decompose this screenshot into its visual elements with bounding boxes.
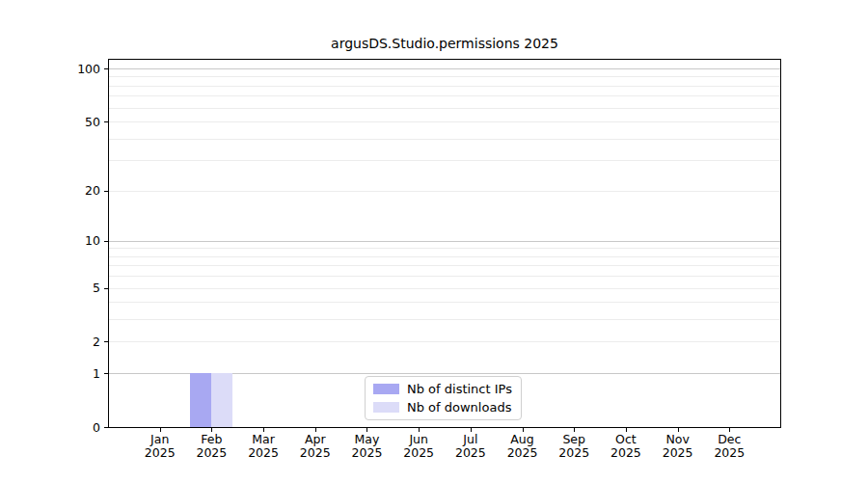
minor-gridline <box>109 86 780 87</box>
y-axis-tick <box>104 241 108 242</box>
plot-area: Nb of distinct IPs Nb of downloads <box>108 59 781 428</box>
legend-item-downloads: Nb of downloads <box>373 400 512 415</box>
y-axis-tick <box>104 288 108 289</box>
x-axis-tick-label: Dec2025 <box>700 433 758 460</box>
x-axis-tick-label: Jan2025 <box>131 433 189 460</box>
y-axis-tick-label: 1 <box>58 366 100 381</box>
minor-gridline <box>109 319 780 320</box>
minor-gridline <box>109 191 780 192</box>
x-axis-tick-label: Sep2025 <box>545 433 603 460</box>
legend-item-distinct-ips: Nb of distinct IPs <box>373 382 512 396</box>
minor-gridline <box>109 121 780 122</box>
minor-gridline <box>109 108 780 109</box>
legend-label-distinct-ips: Nb of distinct IPs <box>407 382 512 396</box>
bar-downloads <box>211 373 232 427</box>
minor-gridline <box>109 248 780 249</box>
y-axis-tick-label: 10 <box>58 233 100 248</box>
minor-gridline <box>109 341 780 342</box>
y-axis-tick-label: 2 <box>58 335 100 349</box>
legend-swatch-distinct-ips <box>373 384 399 394</box>
y-axis-tick <box>104 68 108 69</box>
legend-label-downloads: Nb of downloads <box>407 400 511 415</box>
minor-gridline <box>109 256 780 257</box>
minor-gridline <box>109 302 780 303</box>
minor-gridline <box>109 95 780 96</box>
minor-gridline <box>109 276 780 277</box>
y-axis-tick <box>104 341 108 342</box>
bar-distinct-ips <box>190 373 211 427</box>
y-axis-tick <box>104 373 108 374</box>
y-axis-tick-label: 100 <box>58 62 100 76</box>
minor-gridline <box>109 139 780 140</box>
x-axis-tick-label: Jul2025 <box>442 433 500 460</box>
minor-gridline <box>109 288 780 289</box>
x-axis-tick-label: Apr2025 <box>286 433 344 460</box>
minor-gridline <box>109 160 780 161</box>
y-axis-tick-label: 50 <box>58 115 100 129</box>
x-axis-tick-label: Nov2025 <box>649 433 707 460</box>
minor-gridline <box>109 76 780 77</box>
y-axis-tick <box>104 121 108 122</box>
y-axis-tick-label: 0 <box>58 420 100 435</box>
y-axis-tick-label: 5 <box>58 281 100 295</box>
x-axis-tick-label: Aug2025 <box>494 433 552 460</box>
x-axis-tick-label: Jun2025 <box>390 433 448 460</box>
x-axis-tick-label: Mar2025 <box>234 433 292 460</box>
download-stats-chart: argusDS.Studio.permissions 2025 Nb of di… <box>0 0 868 482</box>
legend: Nb of distinct IPs Nb of downloads <box>365 376 522 420</box>
y-axis-tick-label: 20 <box>58 183 100 198</box>
x-axis-tick-label: May2025 <box>338 433 395 460</box>
minor-gridline <box>109 265 780 266</box>
y-axis-tick <box>104 191 108 192</box>
x-axis-tick-label: Feb2025 <box>182 433 240 460</box>
x-axis-tick-label: Oct2025 <box>597 433 655 460</box>
y-axis-tick <box>104 427 108 428</box>
chart-title: argusDS.Studio.permissions 2025 <box>108 36 781 51</box>
major-gridline <box>109 241 780 242</box>
major-gridline <box>109 68 780 69</box>
legend-swatch-downloads <box>373 402 399 413</box>
